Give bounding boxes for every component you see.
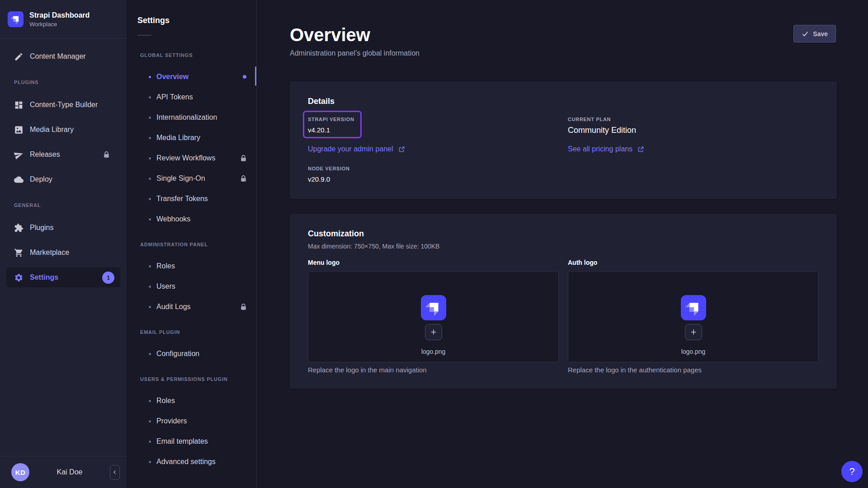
subnav-item-providers[interactable]: Providers (127, 413, 256, 429)
sidebar-item-plugins[interactable]: Plugins (6, 218, 120, 238)
sidebar-item-content-type-builder[interactable]: Content-Type Builder (6, 95, 120, 115)
node-version-value: v20.9.0 (308, 174, 559, 184)
page-title: Overview (290, 24, 837, 46)
subnav-item-webhooks[interactable]: Webhooks (127, 211, 256, 227)
node-version-field: NODE VERSION v20.9.0 (308, 166, 559, 184)
subnav-item-label: Transfer Tokens (156, 195, 208, 203)
subnav-item-label: Users (156, 282, 175, 291)
menu-logo-filename: logo.png (421, 348, 446, 356)
notification-count-badge: 1 (102, 272, 114, 284)
add-menu-logo-button[interactable] (425, 324, 442, 340)
paper-plane-icon (14, 150, 24, 160)
subnav-section-administration-panel: ADMINISTRATION PANEL (127, 242, 256, 248)
workspace-subtitle: Workplace (29, 20, 90, 28)
customization-subheading: Max dimension: 750×750, Max file size: 1… (308, 243, 819, 250)
strapi-logo-icon (421, 295, 446, 320)
current-plan-label: CURRENT PLAN (568, 117, 819, 122)
bullet-dot (149, 76, 151, 78)
bullet-dot (149, 218, 151, 221)
bullet-dot (149, 461, 151, 463)
strapi-logo-icon (681, 295, 706, 320)
sidebar-item-label: Releases (30, 150, 60, 159)
subnav-section-global-settings: GLOBAL SETTINGS (127, 52, 256, 58)
pricing-plans-link[interactable]: See all pricing plans (568, 144, 644, 154)
upgrade-admin-panel-link[interactable]: Upgrade your admin panel (308, 144, 405, 154)
subnav-item-email-templates[interactable]: Email templates (127, 433, 256, 450)
workspace-header[interactable]: Strapi Dashboard Workplace (0, 0, 127, 39)
subnav-item-label: Email templates (156, 437, 208, 446)
strapi-version-value: v4.20.1 (308, 125, 559, 135)
subnav-item-transfer-tokens[interactable]: Transfer Tokens (127, 191, 256, 207)
subnav-item-label: Advanced settings (156, 458, 216, 466)
sidebar-item-label: Marketplace (30, 249, 69, 257)
shopping-cart-icon (14, 248, 24, 258)
strapi-version-label: STRAPI VERSION (308, 117, 559, 122)
bullet-dot (149, 286, 151, 288)
lock-icon (240, 175, 247, 183)
external-link-icon (398, 146, 405, 153)
subnav-scrollbar-thumb[interactable] (255, 66, 256, 86)
details-card: Details STRAPI VERSION v4.20.1 Upgrade y… (290, 81, 837, 199)
subnav-item-label: Audit Logs (156, 303, 191, 311)
sidebar-item-label: Plugins (30, 224, 53, 232)
subnav-item-configuration[interactable]: Configuration (127, 346, 256, 362)
sidebar-item-deploy[interactable]: Deploy (6, 169, 120, 189)
plus-icon (690, 328, 697, 336)
save-button[interactable]: Save (793, 25, 836, 42)
subnav-item-label: API Tokens (156, 93, 193, 101)
subnav-item-label: Roles (156, 262, 175, 270)
bullet-dot (149, 353, 151, 355)
menu-logo-label: Menu logo (308, 259, 559, 266)
sidebar-item-releases[interactable]: Releases (6, 145, 120, 164)
subnav-item-up-roles[interactable]: Roles (127, 393, 256, 409)
sidebar-item-label: Settings (30, 273, 58, 282)
collapse-sidebar-button[interactable] (110, 465, 120, 480)
subnav-item-review-workflows[interactable]: Review Workflows (127, 150, 256, 166)
plus-icon (430, 328, 437, 336)
subnav-item-audit-logs[interactable]: Audit Logs (127, 299, 256, 315)
sidebar-item-media-library[interactable]: Media Library (6, 120, 120, 140)
subnav-item-label: Providers (156, 417, 187, 425)
subnav-item-overview[interactable]: Overview (127, 69, 256, 85)
menu-logo-caption: Replace the logo in the main navigation (308, 366, 559, 374)
subnav-item-single-sign-on[interactable]: Single Sign-On (127, 170, 256, 187)
bullet-dot (149, 198, 151, 200)
user-avatar[interactable]: KD (11, 463, 29, 481)
bullet-dot (149, 117, 151, 119)
subnav-item-label: Roles (156, 397, 175, 405)
pricing-plans-label: See all pricing plans (568, 144, 632, 154)
details-heading: Details (308, 96, 819, 107)
subnav-item-advanced-settings[interactable]: Advanced settings (127, 454, 256, 470)
node-version-label: NODE VERSION (308, 166, 559, 172)
add-auth-logo-button[interactable] (685, 324, 702, 340)
current-plan-field: CURRENT PLAN Community Edition (568, 117, 819, 135)
help-button[interactable]: ? (841, 461, 863, 482)
subnav-section-email-plugin: EMAIL PLUGIN (127, 329, 256, 335)
strapi-version-field: STRAPI VERSION v4.20.1 (308, 117, 559, 135)
bullet-dot (149, 157, 151, 160)
subnav-item-roles[interactable]: Roles (127, 258, 256, 274)
subnav-item-users[interactable]: Users (127, 278, 256, 295)
sidebar-footer: KD Kai Doe (0, 456, 127, 488)
subnav-item-media-library[interactable]: Media Library (127, 130, 256, 146)
upgrade-admin-panel-label: Upgrade your admin panel (308, 144, 393, 154)
auth-logo-upload-box[interactable]: logo.png (568, 271, 819, 362)
settings-subnav: Settings GLOBAL SETTINGS Overview API To… (127, 0, 257, 488)
subnav-item-api-tokens[interactable]: API Tokens (127, 89, 256, 105)
customization-heading: Customization (308, 228, 819, 239)
main-navigation: Strapi Dashboard Workplace Content Manag… (0, 0, 127, 488)
main-content: Overview Administration panel’s global i… (257, 0, 868, 488)
customization-card: Customization Max dimension: 750×750, Ma… (290, 214, 837, 389)
sidebar-section-general: GENERAL (6, 202, 120, 208)
check-icon (802, 30, 809, 38)
menu-logo-upload-box[interactable]: logo.png (308, 271, 559, 362)
sidebar-item-marketplace[interactable]: Marketplace (6, 243, 120, 263)
subnav-title: Settings (127, 0, 256, 26)
sidebar-item-content-manager[interactable]: Content Manager (6, 47, 120, 66)
sidebar-item-label: Media Library (30, 126, 74, 134)
auth-logo-caption: Replace the logo in the authentication p… (568, 366, 819, 374)
chevron-left-icon (112, 469, 118, 475)
bullet-dot (149, 420, 151, 422)
sidebar-item-settings[interactable]: Settings 1 (6, 267, 120, 287)
subnav-item-internationalization[interactable]: Internationalization (127, 109, 256, 126)
